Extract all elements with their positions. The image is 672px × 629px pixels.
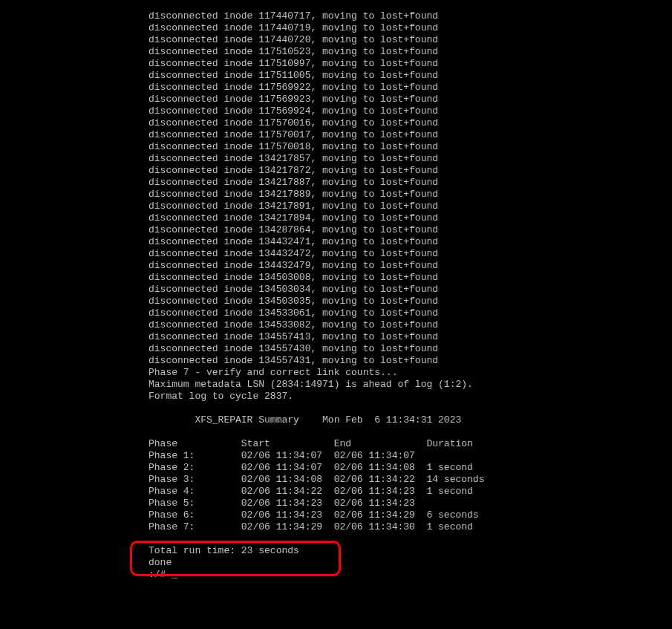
inode-line: disconnected inode 117569924, moving to … (149, 105, 672, 117)
blank-line (149, 426, 672, 438)
phase-rows: Phase 1: 02/06 11:34:07 02/06 11:34:07Ph… (149, 450, 672, 533)
inode-line: disconnected inode 134533082, moving to … (149, 319, 672, 331)
inode-line: disconnected inode 134503035, moving to … (149, 296, 672, 307)
inode-line: disconnected inode 117570017, moving to … (149, 129, 672, 141)
inode-line: disconnected inode 134217894, moving to … (149, 212, 672, 224)
phase-row: Phase 6: 02/06 11:34:23 02/06 11:34:29 6… (149, 509, 672, 521)
inode-line: disconnected inode 134503034, moving to … (149, 284, 672, 296)
inode-line: disconnected inode 134432479, moving to … (149, 260, 672, 272)
phase-row: Phase 1: 02/06 11:34:07 02/06 11:34:07 (149, 450, 672, 462)
phase-row: Phase 5: 02/06 11:34:23 02/06 11:34:23 (149, 498, 672, 509)
inode-line: disconnected inode 134217887, moving to … (149, 177, 672, 189)
inode-line: disconnected inode 117510523, moving to … (149, 46, 672, 58)
inode-line: disconnected inode 134432471, moving to … (149, 236, 672, 248)
inode-line: disconnected inode 117510997, moving to … (149, 58, 672, 70)
inode-line: disconnected inode 117440720, moving to … (149, 34, 672, 46)
phase-row: Phase 2: 02/06 11:34:07 02/06 11:34:08 1… (149, 462, 672, 474)
inode-line: disconnected inode 134217889, moving to … (149, 189, 672, 201)
lsn-line: Maximum metadata LSN (2834:14971) is ahe… (149, 379, 672, 391)
inode-line: disconnected inode 117440717, moving to … (149, 10, 672, 22)
inode-line: disconnected inode 134557430, moving to … (149, 343, 672, 355)
inode-line: disconnected inode 134533061, moving to … (149, 307, 672, 319)
inode-line: disconnected inode 117511005, moving to … (149, 70, 672, 82)
format-line: Format log to cycle 2837. (149, 391, 672, 403)
blank-line (149, 403, 672, 414)
inode-line: disconnected inode 134432472, moving to … (149, 248, 672, 260)
blank-line (149, 533, 672, 545)
prompt-line[interactable]: :/# _ (149, 569, 672, 581)
inode-lines: disconnected inode 117440717, moving to … (149, 10, 672, 367)
phase-row: Phase 3: 02/06 11:34:08 02/06 11:34:22 1… (149, 474, 672, 486)
phase-row: Phase 4: 02/06 11:34:22 02/06 11:34:23 1… (149, 486, 672, 498)
phase7-line: Phase 7 - verify and correct link counts… (149, 367, 672, 379)
table-header: Phase Start End Duration (149, 438, 672, 450)
inode-line: disconnected inode 134287864, moving to … (149, 224, 672, 236)
summary-title: XFS_REPAIR Summary Mon Feb 6 11:34:31 20… (149, 414, 672, 426)
prompt: :/# (149, 569, 172, 580)
cursor: _ (172, 569, 177, 581)
inode-line: disconnected inode 117570016, moving to … (149, 117, 672, 129)
inode-line: disconnected inode 134217872, moving to … (149, 165, 672, 177)
total-runtime: Total run time: 23 seconds (149, 545, 672, 557)
terminal-output[interactable]: disconnected inode 117440717, moving to … (0, 0, 672, 581)
inode-line: disconnected inode 134503008, moving to … (149, 272, 672, 284)
inode-line: disconnected inode 117569923, moving to … (149, 94, 672, 105)
done-line: done (149, 557, 672, 569)
inode-line: disconnected inode 134217891, moving to … (149, 201, 672, 212)
inode-line: disconnected inode 134557431, moving to … (149, 355, 672, 367)
inode-line: disconnected inode 117440719, moving to … (149, 22, 672, 34)
inode-line: disconnected inode 117570018, moving to … (149, 141, 672, 153)
inode-line: disconnected inode 134557413, moving to … (149, 331, 672, 343)
inode-line: disconnected inode 117569922, moving to … (149, 82, 672, 94)
phase-row: Phase 7: 02/06 11:34:29 02/06 11:34:30 1… (149, 521, 672, 533)
inode-line: disconnected inode 134217857, moving to … (149, 153, 672, 165)
